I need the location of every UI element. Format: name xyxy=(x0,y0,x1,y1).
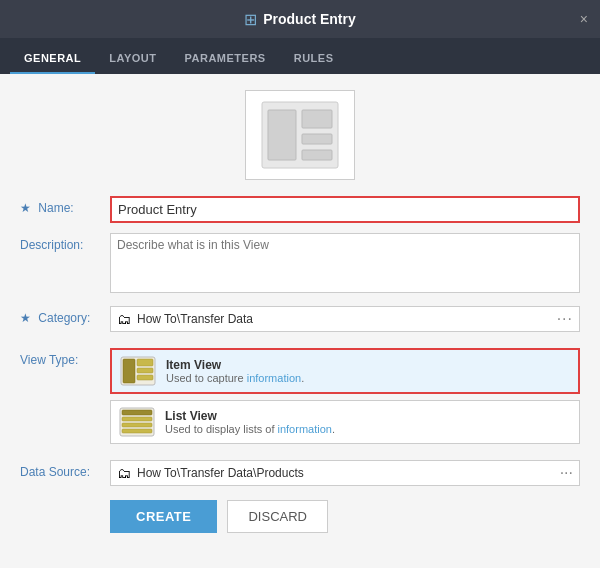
content-area: ★ Name: Description: ★ Category: 🗂 How T… xyxy=(0,74,600,568)
tab-layout[interactable]: LAYOUT xyxy=(95,52,170,74)
create-button[interactable]: CREATE xyxy=(110,500,217,533)
folder-icon: 🗂 xyxy=(117,311,131,327)
svg-rect-1 xyxy=(268,110,296,160)
list-view-desc: Used to display lists of information. xyxy=(165,423,335,435)
category-row: ★ Category: 🗂 How To\Transfer Data ··· xyxy=(20,306,580,332)
svg-rect-14 xyxy=(122,429,152,433)
name-row: ★ Name: xyxy=(20,196,580,223)
item-view-desc: Used to capture information. xyxy=(166,372,304,384)
list-view-text: List View Used to display lists of infor… xyxy=(165,409,335,435)
svg-rect-9 xyxy=(137,375,153,380)
datasource-field-container: 🗂 How To\Transfer Data\Products ··· xyxy=(110,460,580,486)
datasource-label: Data Source: xyxy=(20,460,110,479)
preview-svg xyxy=(260,100,340,170)
list-view-title: List View xyxy=(165,409,335,423)
svg-rect-4 xyxy=(302,150,332,160)
title-bar-icon: ⊞ xyxy=(244,10,257,29)
svg-rect-7 xyxy=(137,359,153,366)
datasource-folder-icon: 🗂 xyxy=(117,465,131,481)
category-more-button[interactable]: ··· xyxy=(557,310,573,328)
list-view-icon xyxy=(119,407,155,437)
item-view-title: Item View xyxy=(166,358,304,372)
datasource-row: Data Source: 🗂 How To\Transfer Data\Prod… xyxy=(20,460,580,486)
description-textarea[interactable] xyxy=(110,233,580,293)
title-bar: ⊞ Product Entry × xyxy=(0,0,600,38)
viewtype-label: View Type: xyxy=(20,348,110,367)
button-row: CREATE DISCARD xyxy=(20,500,580,533)
tabs-bar: GENERAL LAYOUT PARAMETERS RULES xyxy=(0,38,600,74)
item-view-text: Item View Used to capture information. xyxy=(166,358,304,384)
close-button[interactable]: × xyxy=(580,11,588,27)
item-view-icon xyxy=(120,356,156,386)
preview-box xyxy=(245,90,355,180)
required-star: ★ xyxy=(20,201,31,215)
datasource-selector[interactable]: 🗂 How To\Transfer Data\Products ··· xyxy=(110,460,580,486)
svg-rect-13 xyxy=(122,423,152,427)
viewtype-options: Item View Used to capture information. L… xyxy=(110,348,580,444)
category-selector[interactable]: 🗂 How To\Transfer Data ··· xyxy=(110,306,580,332)
category-value: How To\Transfer Data xyxy=(137,312,557,326)
svg-rect-3 xyxy=(302,134,332,144)
viewtype-row: View Type: Item View Used to capture inf… xyxy=(20,348,580,444)
name-field xyxy=(110,196,580,223)
svg-rect-2 xyxy=(302,110,332,128)
svg-rect-11 xyxy=(122,410,152,415)
list-view-option[interactable]: List View Used to display lists of infor… xyxy=(110,400,580,444)
description-row: Description: xyxy=(20,233,580,296)
title-bar-title: Product Entry xyxy=(263,11,356,27)
svg-rect-6 xyxy=(123,359,135,383)
tab-rules[interactable]: RULES xyxy=(280,52,348,74)
tab-general[interactable]: GENERAL xyxy=(10,52,95,74)
preview-container xyxy=(20,90,580,180)
name-input[interactable] xyxy=(110,196,580,223)
discard-button[interactable]: DISCARD xyxy=(227,500,328,533)
datasource-value: How To\Transfer Data\Products xyxy=(137,466,560,480)
category-field-container: 🗂 How To\Transfer Data ··· xyxy=(110,306,580,332)
name-label: ★ Name: xyxy=(20,196,110,215)
description-field xyxy=(110,233,580,296)
svg-rect-12 xyxy=(122,417,152,421)
category-label: ★ Category: xyxy=(20,306,110,325)
required-star-cat: ★ xyxy=(20,311,31,325)
description-label: Description: xyxy=(20,233,110,252)
item-view-option[interactable]: Item View Used to capture information. xyxy=(110,348,580,394)
tab-parameters[interactable]: PARAMETERS xyxy=(171,52,280,74)
svg-rect-8 xyxy=(137,368,153,373)
datasource-more-button[interactable]: ··· xyxy=(560,464,573,482)
